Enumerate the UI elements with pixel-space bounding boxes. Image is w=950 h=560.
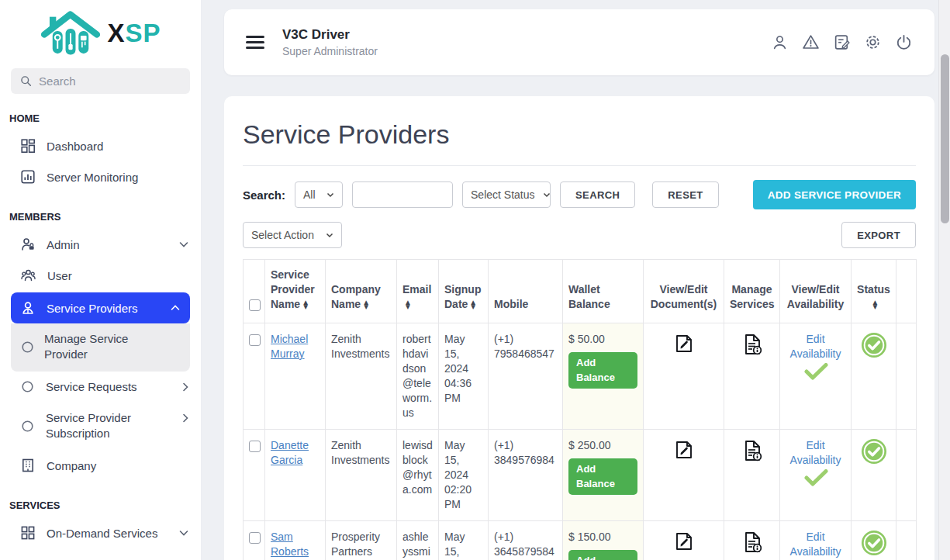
reset-button[interactable]: RESET: [652, 181, 718, 208]
bar-chart-icon: [21, 170, 35, 184]
edit-availability-link[interactable]: Edit Availability: [786, 332, 845, 361]
sidebar-item-service-provider-subscription[interactable]: Service Provider Subscription: [0, 402, 201, 450]
manage-services-info-icon[interactable]: [740, 438, 765, 463]
email-cell: roberthdavidson@teleworm.us: [397, 323, 439, 430]
row-select-checkbox[interactable]: [249, 334, 261, 346]
edit-document-icon[interactable]: [672, 530, 696, 553]
sidebar-search-input[interactable]: [39, 74, 181, 88]
edit-document-icon[interactable]: [672, 438, 696, 461]
signup-date-cell: May 15, 2024 04:36 PM: [439, 323, 489, 430]
col-manage-services: Manage Services: [724, 260, 780, 323]
sidebar: XSP HOME Dashboard Server Monitoring MEM…: [0, 0, 202, 560]
row-select-checkbox[interactable]: [249, 441, 261, 452]
status-select[interactable]: Select Status: [462, 181, 551, 208]
signup-date-cell: May 15, 2024 01:21 PM: [439, 521, 489, 560]
account-role: Super Administrator: [282, 45, 378, 57]
dashboard-icon: [21, 139, 35, 153]
app-logo: XSP: [0, 0, 201, 62]
extra-cell: [896, 430, 917, 521]
edit-availability-link[interactable]: Edit Availability: [786, 438, 845, 468]
active-status-icon[interactable]: [861, 530, 887, 556]
chevron-down-icon: [543, 192, 551, 198]
gear-icon[interactable]: [864, 33, 882, 51]
col-status[interactable]: Status▲▼: [852, 260, 896, 323]
note-edit-icon[interactable]: [833, 33, 851, 51]
sidebar-item-server-monitoring[interactable]: Server Monitoring: [0, 161, 201, 192]
search-label: Search:: [243, 188, 285, 202]
edit-availability-link[interactable]: Edit Availability: [786, 530, 845, 559]
sidebar-item-service-providers[interactable]: Service Providers: [11, 292, 190, 323]
select-value: All: [303, 188, 316, 201]
sidebar-item-manage-service-provider[interactable]: Manage Service Provider: [11, 323, 190, 372]
power-icon[interactable]: [895, 33, 913, 51]
sort-icon: ▲▼: [406, 300, 410, 310]
col-mobile: Mobile: [489, 260, 563, 323]
search-button[interactable]: SEARCH: [560, 181, 635, 208]
sidebar-item-label: Service Provider Subscription: [46, 410, 164, 441]
hamburger-menu-icon[interactable]: [246, 33, 264, 52]
radio-circle-icon: [21, 380, 34, 393]
email-cell: ashleyssmith@army: [397, 521, 439, 560]
extra-cell: [896, 323, 917, 430]
add-balance-button[interactable]: Add Balance: [568, 550, 637, 560]
extra-cell: [896, 521, 917, 560]
search-input[interactable]: [352, 181, 453, 208]
select-value: Select Action: [251, 229, 314, 241]
export-button[interactable]: EXPORT: [841, 222, 916, 248]
manage-services-info-icon[interactable]: [740, 332, 765, 357]
alert-triangle-icon[interactable]: [802, 33, 820, 51]
section-services: SERVICES: [0, 481, 201, 517]
chevron-right-icon: [182, 413, 188, 423]
mobile-cell: (+1) 3645879584: [489, 521, 563, 560]
add-service-provider-button[interactable]: ADD SERVICE PROVIDER: [753, 180, 916, 209]
search-icon: [20, 74, 32, 88]
user-icon[interactable]: [771, 33, 789, 51]
availability-check-icon: [803, 469, 829, 486]
active-status-icon[interactable]: [861, 438, 887, 465]
search-field-select[interactable]: All: [295, 181, 343, 208]
users-group-icon: [21, 268, 36, 282]
divider: [243, 165, 916, 166]
sidebar-item-label: Server Monitoring: [47, 171, 138, 184]
availability-check-icon: [803, 363, 829, 380]
page-title: Service Providers: [243, 119, 916, 150]
provider-name-link[interactable]: Sam Roberts: [271, 531, 309, 558]
add-balance-button[interactable]: Add Balance: [568, 352, 637, 389]
section-home: HOME: [0, 94, 201, 130]
sidebar-item-label: Dashboard: [47, 140, 103, 153]
provider-name-link[interactable]: Michael Murray: [271, 333, 308, 360]
service-providers-panel: Service Providers Search: All Select Sta…: [224, 96, 934, 560]
sidebar-item-dashboard[interactable]: Dashboard: [0, 130, 201, 161]
row-select-checkbox[interactable]: [249, 532, 261, 544]
sidebar-item-user[interactable]: User: [0, 260, 201, 291]
active-status-icon[interactable]: [861, 332, 887, 358]
col-company-name[interactable]: Company Name▲▼: [326, 260, 397, 323]
col-signup-date[interactable]: Signup Date▲▼: [439, 260, 489, 323]
building-icon: [21, 458, 35, 472]
chevron-down-icon: [179, 241, 188, 247]
chevron-down-icon: [326, 192, 334, 198]
sidebar-item-on-demand-services[interactable]: On-Demand Services: [0, 517, 201, 548]
col-wallet-balance: Wallet Balance: [563, 260, 644, 323]
sidebar-item-admin[interactable]: Admin: [0, 229, 201, 260]
sidebar-item-label: Manage Service Provider: [44, 331, 161, 362]
chevron-down-icon: [179, 530, 188, 536]
col-service-provider-name[interactable]: Service Provider Name▲▼: [265, 260, 326, 323]
manage-services-info-icon[interactable]: [740, 530, 765, 555]
company-cell: Prosperity Partners: [326, 521, 397, 560]
provider-name-link[interactable]: Danette Garcia: [271, 439, 309, 466]
logo-wordmark: XSP: [107, 19, 161, 48]
sidebar-item-service-requests[interactable]: Service Requests: [0, 372, 201, 402]
add-balance-button[interactable]: Add Balance: [568, 458, 637, 495]
page-scrollbar-thumb[interactable]: [941, 54, 949, 223]
table-header-row: Service Provider Name▲▼ Company Name▲▼ E…: [244, 260, 917, 323]
sidebar-search[interactable]: [11, 68, 190, 94]
table-row: Sam Roberts Prosperity Partners ashleyss…: [244, 521, 917, 560]
edit-document-icon[interactable]: [672, 332, 696, 355]
sidebar-item-label: On-Demand Services: [47, 527, 157, 540]
action-select[interactable]: Select Action: [243, 222, 342, 248]
sidebar-item-company[interactable]: Company: [0, 450, 201, 481]
col-email[interactable]: Email▲▼: [397, 260, 439, 323]
select-all-checkbox[interactable]: [249, 299, 261, 311]
chevron-up-icon: [171, 305, 180, 311]
